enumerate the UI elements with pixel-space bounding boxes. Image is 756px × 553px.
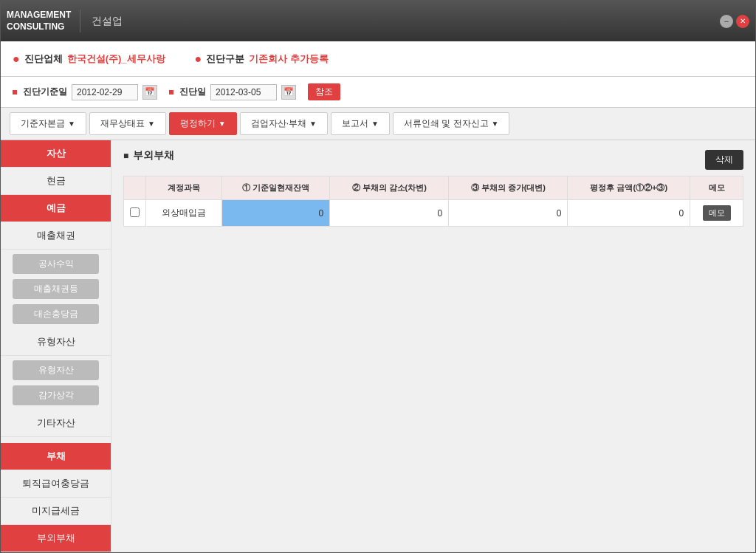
- ref-button[interactable]: 참조: [308, 83, 340, 100]
- division-dot: ●: [195, 52, 202, 66]
- sidebar: 자산 현금 예금 매출채권 공사수익 매출채권등 대손충당금: [1, 140, 111, 552]
- tab-appraise[interactable]: 평정하기 ▼: [169, 112, 237, 135]
- content-area: 부외부채 삭제 계정과목 ① 기준일현재잔액 ② 부채의: [111, 140, 755, 552]
- row-checkbox[interactable]: [130, 207, 140, 217]
- sidebar-item-tangible-assets[interactable]: 유형자산: [1, 329, 111, 356]
- tab-finance-table[interactable]: 재무상태표 ▼: [89, 112, 166, 135]
- division-info: ● 진단구분 기존회사 추가등록: [195, 52, 329, 66]
- section-header: 부외부채 삭제: [123, 149, 743, 170]
- close-button[interactable]: ✕: [736, 15, 749, 28]
- section-title: 부외부채: [123, 149, 174, 162]
- col-header-balance: ① 기준일현재잔액: [221, 176, 329, 200]
- company-value: 한국건설(주)_세무사랑: [67, 52, 165, 66]
- row-col1[interactable]: 0: [221, 200, 329, 227]
- base-date-dot: [13, 90, 17, 95]
- sidebar-item-cash[interactable]: 현금: [1, 168, 111, 195]
- sidebar-item-assets[interactable]: 자산: [1, 140, 111, 168]
- datebar: 진단기준일 📅 진단일 📅 참조: [1, 77, 755, 108]
- minimize-button[interactable]: –: [720, 15, 733, 28]
- col-header-account: 계정과목: [146, 176, 222, 200]
- diag-date-label: 진단일: [179, 86, 206, 98]
- sidebar-item-retirement[interactable]: 퇴직급여충당금: [1, 470, 111, 498]
- main-window: MANAGEMENT CONSULTING 건설업 – ✕ ● 진단업체 한국건…: [0, 0, 756, 553]
- titlebar: MANAGEMENT CONSULTING 건설업 – ✕: [1, 1, 755, 41]
- row-account: 외상매입금: [146, 200, 222, 227]
- sidebar-item-construction-revenue[interactable]: 공사수익: [13, 254, 99, 274]
- main-area: 자산 현금 예금 매출채권 공사수익 매출채권등 대손충당금: [1, 140, 755, 552]
- tabbar: 기준자본금 ▼ 재무상태표 ▼ 평정하기 ▼ 검업자산·부채 ▼ 보고서 ▼ 서…: [1, 108, 755, 140]
- company-info: ● 진단업체 한국건설(주)_세무사랑: [13, 52, 165, 66]
- sidebar-item-deposit[interactable]: 예금: [1, 195, 111, 222]
- app-subtitle: 건설업: [80, 15, 134, 28]
- diag-date-item: 진단일 📅: [169, 84, 296, 100]
- tab-print-report[interactable]: 서류인쇄 및 전자신고 ▼: [393, 112, 510, 135]
- row-checkbox-cell: [124, 200, 146, 227]
- infobar: ● 진단업체 한국건설(주)_세무사랑 ● 진단구분 기존회사 추가등록: [1, 41, 755, 77]
- diag-date-dot: [169, 90, 173, 95]
- sidebar-item-receivable[interactable]: 매출채권: [1, 222, 111, 250]
- col-header-after-appraise: 평정후 금액(①②+③): [568, 176, 690, 200]
- tab-base-capital[interactable]: 기준자본금 ▼: [10, 112, 86, 135]
- base-date-item: 진단기준일 📅: [13, 84, 157, 100]
- tab-check-assets[interactable]: 검업자산·부채 ▼: [240, 112, 328, 135]
- tab-arrow-4: ▼: [371, 120, 379, 128]
- diag-date-calendar-icon[interactable]: 📅: [281, 85, 296, 100]
- base-date-label: 진단기준일: [23, 86, 67, 98]
- sidebar-item-liabilities[interactable]: 부채: [1, 443, 111, 470]
- sidebar-item-unpaid-tax[interactable]: 미지급세금: [1, 498, 111, 525]
- col-header-increase: ③ 부채의 증가(대변): [449, 176, 568, 200]
- sidebar-item-trade-receivable[interactable]: 매출채권등: [13, 279, 99, 299]
- sidebar-item-loan-allowance[interactable]: 대손충당금: [13, 304, 99, 324]
- row-col2: 0: [330, 200, 449, 227]
- table-row: 외상매입금 0 0 0 0 메모: [124, 200, 743, 227]
- sidebar-sub-group-tangible: 유형자산 감가상각: [1, 356, 111, 410]
- sidebar-item-tangible-asset-btn[interactable]: 유형자산: [13, 360, 99, 380]
- app-logo: MANAGEMENT CONSULTING: [7, 10, 80, 32]
- division-value: 기존회사 추가등록: [249, 52, 329, 66]
- base-date-calendar-icon[interactable]: 📅: [142, 85, 157, 100]
- row-col4: 0: [568, 200, 690, 227]
- tab-report[interactable]: 보고서 ▼: [331, 112, 390, 135]
- sidebar-item-depreciation[interactable]: 감가상각: [13, 385, 99, 405]
- row-memo-cell: 메모: [690, 200, 743, 227]
- row-col3: 0: [449, 200, 568, 227]
- col-header-checkbox: [124, 176, 146, 200]
- division-label: 진단구분: [206, 52, 244, 66]
- col-header-decrease: ② 부채의 감소(차변): [330, 176, 449, 200]
- sidebar-sub-group-receivable: 공사수익 매출채권등 대손충당금: [1, 250, 111, 329]
- col-header-memo: 메모: [690, 176, 743, 200]
- company-dot: ●: [13, 52, 20, 66]
- delete-button[interactable]: 삭제: [705, 150, 743, 170]
- tab-arrow-3: ▼: [309, 120, 317, 128]
- tab-arrow-5: ▼: [492, 120, 499, 128]
- company-label: 진단업체: [24, 52, 63, 66]
- data-table: 계정과목 ① 기준일현재잔액 ② 부채의 감소(차변) ③ 부채의 증가(대변): [123, 176, 743, 227]
- sidebar-item-other-assets[interactable]: 기타자산: [1, 410, 111, 437]
- sidebar-item-non-business-debt[interactable]: 부외부채: [1, 525, 111, 552]
- base-date-input[interactable]: [72, 84, 138, 100]
- tab-arrow-0: ▼: [68, 120, 75, 128]
- window-controls: – ✕: [720, 15, 749, 28]
- tab-arrow-2: ▼: [219, 120, 226, 128]
- diag-date-input[interactable]: [210, 84, 277, 100]
- memo-button[interactable]: 메모: [703, 205, 731, 221]
- tab-arrow-1: ▼: [148, 120, 155, 128]
